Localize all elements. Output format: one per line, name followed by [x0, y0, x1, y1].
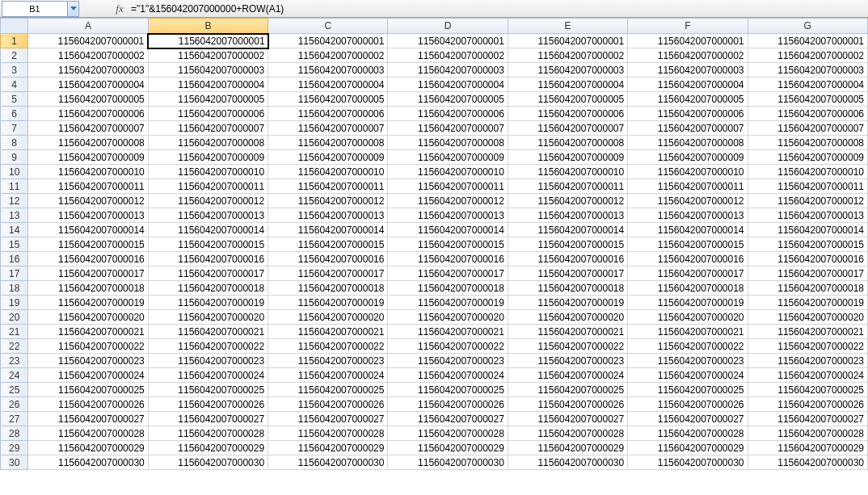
- cell-C7[interactable]: 1156042007000007: [268, 121, 388, 136]
- cell-F29[interactable]: 1156042007000029: [628, 441, 748, 455]
- cell-B1[interactable]: 1156042007000001: [148, 34, 268, 48]
- fx-icon[interactable]: fx: [112, 2, 128, 15]
- cell-D7[interactable]: 1156042007000007: [388, 121, 508, 136]
- cell-F5[interactable]: 1156042007000005: [628, 92, 748, 107]
- col-header-C[interactable]: C: [268, 19, 388, 34]
- cell-D11[interactable]: 1156042007000011: [388, 179, 508, 194]
- cell-A2[interactable]: 1156042007000002: [28, 48, 148, 63]
- cell-A24[interactable]: 1156042007000024: [28, 368, 148, 383]
- cell-E24[interactable]: 1156042007000024: [508, 368, 627, 383]
- cell-A29[interactable]: 1156042007000029: [28, 441, 148, 455]
- cell-C21[interactable]: 1156042007000021: [268, 325, 388, 339]
- cell-A1[interactable]: 1156042007000001: [28, 34, 148, 48]
- cell-F3[interactable]: 1156042007000003: [628, 63, 748, 78]
- cell-D16[interactable]: 1156042007000016: [388, 252, 508, 266]
- cell-C3[interactable]: 1156042007000003: [268, 63, 388, 78]
- cell-D3[interactable]: 1156042007000003: [388, 63, 508, 78]
- cell-G7[interactable]: 1156042007000007: [748, 121, 867, 136]
- cell-F4[interactable]: 1156042007000004: [628, 78, 748, 92]
- cell-B21[interactable]: 1156042007000021: [148, 325, 268, 339]
- cell-C8[interactable]: 1156042007000008: [268, 136, 388, 150]
- name-box[interactable]: B1: [2, 1, 79, 17]
- row-header-11[interactable]: 11: [1, 179, 28, 194]
- cell-A7[interactable]: 1156042007000007: [28, 121, 148, 136]
- cell-C1[interactable]: 1156042007000001: [268, 34, 388, 48]
- cell-B12[interactable]: 1156042007000012: [148, 194, 268, 208]
- cell-D25[interactable]: 1156042007000025: [388, 383, 508, 397]
- cell-B30[interactable]: 1156042007000030: [148, 455, 268, 470]
- cell-A15[interactable]: 1156042007000015: [28, 237, 148, 252]
- cell-A6[interactable]: 1156042007000006: [28, 107, 148, 121]
- cell-B14[interactable]: 1156042007000014: [148, 223, 268, 237]
- cell-E25[interactable]: 1156042007000025: [508, 383, 627, 397]
- cell-G28[interactable]: 1156042007000028: [748, 426, 867, 441]
- row-header-20[interactable]: 20: [1, 310, 28, 325]
- cell-F26[interactable]: 1156042007000026: [628, 397, 748, 412]
- cell-E22[interactable]: 1156042007000022: [508, 339, 627, 354]
- cell-D29[interactable]: 1156042007000029: [388, 441, 508, 455]
- row-header-24[interactable]: 24: [1, 368, 28, 383]
- cell-A19[interactable]: 1156042007000019: [28, 296, 148, 310]
- cell-C9[interactable]: 1156042007000009: [268, 150, 388, 165]
- cell-D21[interactable]: 1156042007000021: [388, 325, 508, 339]
- cell-E1[interactable]: 1156042007000001: [508, 34, 627, 48]
- row-header-8[interactable]: 8: [1, 136, 28, 150]
- cell-E11[interactable]: 1156042007000011: [508, 179, 627, 194]
- cell-D19[interactable]: 1156042007000019: [388, 296, 508, 310]
- row-header-30[interactable]: 30: [1, 455, 28, 470]
- cell-D10[interactable]: 1156042007000010: [388, 165, 508, 179]
- cell-E16[interactable]: 1156042007000016: [508, 252, 627, 266]
- cell-C17[interactable]: 1156042007000017: [268, 266, 388, 281]
- row-header-2[interactable]: 2: [1, 48, 28, 63]
- cell-C18[interactable]: 1156042007000018: [268, 281, 388, 296]
- cell-D17[interactable]: 1156042007000017: [388, 266, 508, 281]
- cell-A5[interactable]: 1156042007000005: [28, 92, 148, 107]
- cell-C20[interactable]: 1156042007000020: [268, 310, 388, 325]
- cell-B17[interactable]: 1156042007000017: [148, 266, 268, 281]
- cell-E13[interactable]: 1156042007000013: [508, 208, 627, 223]
- cell-G19[interactable]: 1156042007000019: [748, 296, 867, 310]
- row-header-15[interactable]: 15: [1, 237, 28, 252]
- cell-B9[interactable]: 1156042007000009: [148, 150, 268, 165]
- cell-A8[interactable]: 1156042007000008: [28, 136, 148, 150]
- col-header-E[interactable]: E: [508, 19, 627, 34]
- cell-G29[interactable]: 1156042007000029: [748, 441, 867, 455]
- cell-C12[interactable]: 1156042007000012: [268, 194, 388, 208]
- cell-E4[interactable]: 1156042007000004: [508, 78, 627, 92]
- cell-G13[interactable]: 1156042007000013: [748, 208, 867, 223]
- row-header-4[interactable]: 4: [1, 78, 28, 92]
- cell-E15[interactable]: 1156042007000015: [508, 237, 627, 252]
- cell-A22[interactable]: 1156042007000022: [28, 339, 148, 354]
- cell-C30[interactable]: 1156042007000030: [268, 455, 388, 470]
- cell-G3[interactable]: 1156042007000003: [748, 63, 867, 78]
- cell-G11[interactable]: 1156042007000011: [748, 179, 867, 194]
- cell-C24[interactable]: 1156042007000024: [268, 368, 388, 383]
- cell-B15[interactable]: 1156042007000015: [148, 237, 268, 252]
- cell-G27[interactable]: 1156042007000027: [748, 412, 867, 426]
- cell-B16[interactable]: 1156042007000016: [148, 252, 268, 266]
- cell-A11[interactable]: 1156042007000011: [28, 179, 148, 194]
- cell-F16[interactable]: 1156042007000016: [628, 252, 748, 266]
- cell-C15[interactable]: 1156042007000015: [268, 237, 388, 252]
- formula-input[interactable]: [128, 3, 868, 15]
- cell-D4[interactable]: 1156042007000004: [388, 78, 508, 92]
- cell-F9[interactable]: 1156042007000009: [628, 150, 748, 165]
- cell-D5[interactable]: 1156042007000005: [388, 92, 508, 107]
- cell-D18[interactable]: 1156042007000018: [388, 281, 508, 296]
- col-header-G[interactable]: G: [748, 19, 867, 34]
- cell-A10[interactable]: 1156042007000010: [28, 165, 148, 179]
- cell-A30[interactable]: 1156042007000030: [28, 455, 148, 470]
- col-header-A[interactable]: A: [28, 19, 148, 34]
- cell-F15[interactable]: 1156042007000015: [628, 237, 748, 252]
- cell-E27[interactable]: 1156042007000027: [508, 412, 627, 426]
- cell-A13[interactable]: 1156042007000013: [28, 208, 148, 223]
- cell-B25[interactable]: 1156042007000025: [148, 383, 268, 397]
- cell-C6[interactable]: 1156042007000006: [268, 107, 388, 121]
- cell-B19[interactable]: 1156042007000019: [148, 296, 268, 310]
- cell-C14[interactable]: 1156042007000014: [268, 223, 388, 237]
- cell-B28[interactable]: 1156042007000028: [148, 426, 268, 441]
- row-header-6[interactable]: 6: [1, 107, 28, 121]
- cell-G9[interactable]: 1156042007000009: [748, 150, 867, 165]
- row-header-18[interactable]: 18: [1, 281, 28, 296]
- cell-C25[interactable]: 1156042007000025: [268, 383, 388, 397]
